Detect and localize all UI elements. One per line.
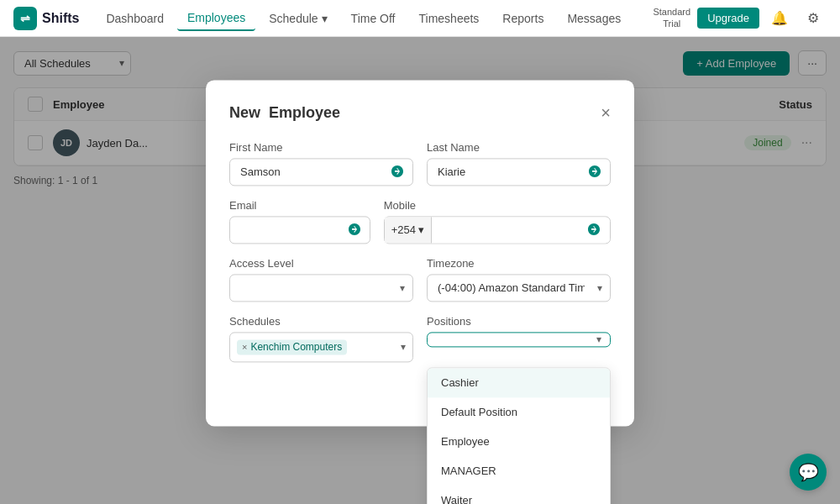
schedules-positions-row: Schedules × Kenchim Computers ▾ Position…	[229, 315, 611, 362]
nav-timesheets[interactable]: Timesheets	[409, 7, 490, 30]
top-nav: ⇌ Shifts Dashboard Employees Schedule ▾ …	[0, 0, 840, 37]
timezone-label: Timezone	[427, 257, 611, 270]
nav-right-section: Standard Trial Upgrade 🔔 ⚙	[653, 5, 827, 32]
last-name-check-icon	[587, 163, 602, 181]
positions-dropdown[interactable]: ▾	[427, 332, 611, 347]
main-area: All Schedules + Add Employee ··· Employe…	[0, 37, 840, 504]
first-name-input[interactable]	[229, 158, 413, 186]
access-level-group: Access Level ▾	[229, 257, 413, 302]
dropdown-item-manager[interactable]: MANAGER	[428, 456, 610, 486]
upgrade-button[interactable]: Upgrade	[697, 8, 759, 29]
schedules-group: Schedules × Kenchim Computers ▾	[229, 315, 413, 362]
mobile-input[interactable]	[432, 217, 610, 243]
dropdown-item-waiter[interactable]: Waiter	[428, 486, 610, 504]
dropdown-item-cashier[interactable]: Cashier	[428, 368, 610, 397]
access-level-select-wrapper: ▾	[229, 274, 413, 302]
email-input-wrapper	[229, 216, 370, 244]
access-level-select[interactable]	[229, 274, 413, 302]
last-name-group: Last Name	[427, 141, 611, 186]
app-logo[interactable]: ⇌ Shifts	[13, 7, 79, 30]
timezone-select[interactable]: (-04:00) Amazon Standard Tim...	[427, 274, 611, 302]
mobile-label: Mobile	[384, 199, 611, 212]
dropdown-item-employee[interactable]: Employee	[428, 427, 610, 456]
content-area: All Schedules + Add Employee ··· Employe…	[0, 37, 840, 504]
timezone-select-wrapper: (-04:00) Amazon Standard Tim... ▾	[427, 274, 611, 302]
notifications-button[interactable]: 🔔	[766, 5, 793, 32]
chat-bubble-button[interactable]: 💬	[790, 454, 827, 491]
email-mobile-row: Email Mobile +254 ▾	[229, 199, 611, 244]
last-name-input[interactable]	[427, 158, 611, 186]
name-row: First Name Last Name	[229, 141, 611, 186]
phone-prefix-chevron-icon: ▾	[418, 223, 424, 236]
last-name-input-wrapper	[427, 158, 611, 186]
modal-header: New Employee ×	[229, 103, 611, 123]
nav-messages[interactable]: Messages	[557, 7, 631, 30]
positions-group: Positions ▾ Cashier Default Position Emp…	[427, 315, 611, 347]
standard-trial-label: Standard Trial	[653, 7, 690, 29]
nav-employees[interactable]: Employees	[177, 6, 255, 31]
access-timezone-row: Access Level ▾ Timezone (-04:00) Amazon …	[229, 257, 611, 302]
dropdown-item-default-position[interactable]: Default Position	[428, 397, 610, 427]
first-name-group: First Name	[229, 141, 413, 186]
email-check-icon	[347, 221, 362, 239]
mobile-check-icon	[586, 221, 601, 239]
first-name-input-wrapper	[229, 158, 413, 186]
email-group: Email	[229, 199, 370, 244]
mobile-group: Mobile +254 ▾	[384, 199, 611, 244]
tag-remove-icon[interactable]: ×	[242, 342, 247, 352]
modal-close-button[interactable]: ×	[601, 103, 611, 123]
schedule-tag: × Kenchim Computers	[237, 339, 347, 354]
nav-dashboard[interactable]: Dashboard	[96, 7, 174, 30]
nav-reports[interactable]: Reports	[492, 7, 554, 30]
nav-schedule[interactable]: Schedule ▾	[259, 7, 337, 30]
email-label: Email	[229, 199, 370, 212]
schedule-chevron-icon: ▾	[322, 12, 328, 25]
first-name-label: First Name	[229, 141, 413, 154]
settings-button[interactable]: ⚙	[800, 5, 827, 32]
phone-wrapper: +254 ▾	[384, 216, 611, 244]
modal-title: New Employee	[229, 104, 340, 122]
schedules-input[interactable]: × Kenchim Computers ▾	[229, 332, 413, 362]
timezone-group: Timezone (-04:00) Amazon Standard Tim...…	[427, 257, 611, 302]
access-level-label: Access Level	[229, 257, 413, 270]
new-employee-modal: New Employee × First Name Last Name	[206, 80, 634, 426]
schedules-label: Schedules	[229, 315, 413, 328]
schedules-chevron-icon: ▾	[401, 341, 406, 353]
nav-timeoff[interactable]: Time Off	[341, 7, 406, 30]
app-name: Shifts	[42, 11, 79, 26]
phone-prefix[interactable]: +254 ▾	[385, 217, 432, 243]
logo-icon: ⇌	[13, 7, 37, 30]
first-name-check-icon	[390, 163, 405, 181]
positions-label: Positions	[427, 315, 611, 328]
positions-chevron-icon: ▾	[596, 333, 601, 345]
last-name-label: Last Name	[427, 141, 611, 154]
positions-dropdown-list: Cashier Default Position Employee MANAGE…	[427, 367, 611, 504]
